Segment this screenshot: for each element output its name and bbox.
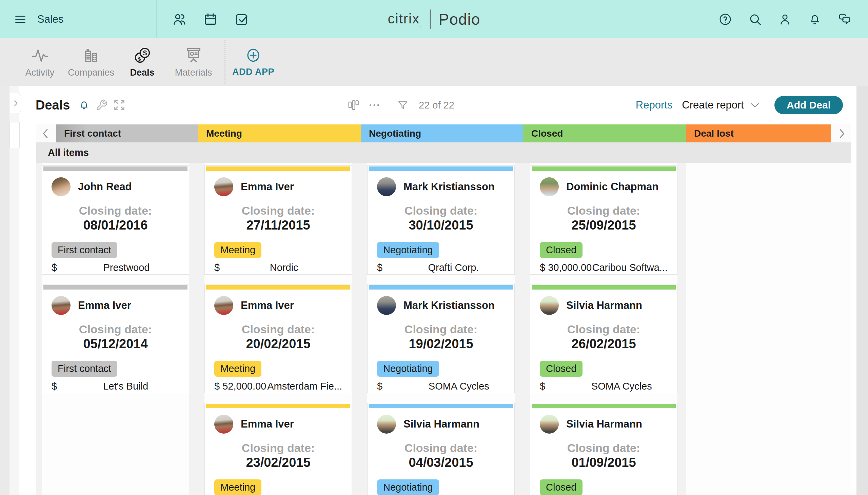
column-header-negotiating[interactable]: Negotiating xyxy=(361,124,523,142)
more-options-icon[interactable] xyxy=(369,99,380,111)
closing-date-label: Closing date: xyxy=(540,323,668,336)
contact-name: Emma Iver xyxy=(241,418,294,430)
column-header-closed[interactable]: Closed xyxy=(523,124,686,142)
deal-amount: $ 45,000.00 xyxy=(52,262,103,275)
closing-date-value: 05/12/2014 xyxy=(52,337,180,351)
column-header-label: Closed xyxy=(531,128,563,139)
contact-name: Mark Kristiansson xyxy=(404,300,495,311)
help-icon[interactable] xyxy=(718,12,732,27)
card-status-strip xyxy=(206,285,350,290)
all-items-group-header: All items xyxy=(36,142,851,163)
page-body: Deals xyxy=(0,86,868,495)
top-navigation-bar: Sales citrix. Podio xyxy=(0,0,868,38)
chevron-right-icon xyxy=(11,99,20,108)
deal-company: Caribou Softwa... xyxy=(592,262,668,273)
notifications-bell-icon[interactable] xyxy=(807,12,822,27)
app-materials[interactable]: Materials xyxy=(168,47,219,78)
reports-link[interactable]: Reports xyxy=(636,99,673,111)
scroll-columns-left-button[interactable] xyxy=(36,124,56,142)
contacts-icon[interactable] xyxy=(172,12,187,27)
card-body: Mark KristianssonClosing date:19/02/2015… xyxy=(368,290,514,393)
deal-card[interactable]: Emma IverClosing date:23/02/2015Meeting xyxy=(204,403,352,495)
card-status-strip xyxy=(206,404,350,408)
sidebar-rail-box[interactable] xyxy=(10,122,20,148)
sidebar-expand-tab[interactable] xyxy=(10,93,21,114)
contact-name: Silvia Harmann xyxy=(566,418,642,430)
card-body: Emma IverClosing date:27/11/2015Meeting$… xyxy=(205,171,352,275)
deal-card[interactable]: Silvia HarmannClosing date:26/02/2015Clo… xyxy=(530,284,678,393)
contact-name: Mark Kristiansson xyxy=(404,181,495,193)
wrench-settings-icon[interactable] xyxy=(96,99,108,111)
app-companies[interactable]: Companies xyxy=(65,47,117,78)
column-header-first-contact[interactable]: First contact xyxy=(56,124,198,142)
tasks-icon[interactable] xyxy=(234,12,250,27)
card-column-1: Emma IverClosing date:27/11/2015Meeting$… xyxy=(204,163,352,495)
app-deals[interactable]: $ $ Deals xyxy=(117,47,168,78)
materials-icon xyxy=(185,47,202,64)
profile-icon[interactable] xyxy=(778,12,792,27)
contact-name: John Read xyxy=(78,181,132,193)
workspace-name[interactable]: Sales xyxy=(37,13,64,25)
column-header-deal-lost[interactable]: Deal lost xyxy=(686,124,831,142)
app-bar: Activity Companies $ $ Deals Materials xyxy=(0,38,868,86)
closing-date-value: 08/01/2016 xyxy=(52,218,180,233)
page-title: Deals xyxy=(36,98,70,113)
closing-date-value: 04/03/2015 xyxy=(377,455,505,470)
card-status-strip xyxy=(532,167,676,171)
column-header-label: First contact xyxy=(64,128,121,139)
closing-date-label: Closing date: xyxy=(377,441,505,455)
chevron-down-icon[interactable] xyxy=(748,100,762,110)
deal-amount: $ 67,000.00 xyxy=(377,381,429,393)
filter-funnel-icon[interactable] xyxy=(397,99,409,111)
deal-amount: $ 21,000.00 xyxy=(52,381,103,393)
follow-bell-icon[interactable] xyxy=(78,99,90,111)
status-tag: Meeting xyxy=(214,242,261,258)
deal-card[interactable]: John ReadClosing date:08/01/2016First co… xyxy=(42,166,189,275)
deal-company: SOMA Cycles d... xyxy=(591,381,668,393)
card-status-strip xyxy=(369,285,513,290)
column-header-meeting[interactable]: Meeting xyxy=(198,124,361,142)
deal-card[interactable]: Silvia HarmannClosing date:04/03/2015Neg… xyxy=(367,403,515,495)
deal-card[interactable]: Emma IverClosing date:20/02/2015Meeting$… xyxy=(204,284,352,393)
status-tag: Closed xyxy=(540,479,582,495)
card-status-strip xyxy=(44,285,187,290)
hamburger-menu-icon[interactable] xyxy=(13,13,28,25)
card-view-toggle-icon[interactable] xyxy=(347,99,360,111)
deal-card[interactable]: Mark KristianssonClosing date:30/10/2015… xyxy=(367,166,515,275)
trademark-symbol: . xyxy=(420,22,422,28)
calendar-icon[interactable] xyxy=(203,12,218,27)
deal-amount: $ 80,000.00 xyxy=(377,262,428,275)
citrix-podio-logo[interactable]: citrix. Podio xyxy=(388,0,480,38)
appbar-divider xyxy=(224,40,225,84)
closing-date-label: Closing date: xyxy=(214,323,342,336)
kanban-board: First contactMeetingNegotiatingClosedDea… xyxy=(36,124,851,495)
deal-card[interactable]: Mark KristianssonClosing date:19/02/2015… xyxy=(367,284,515,393)
svg-text:$: $ xyxy=(138,56,141,62)
status-tag: Meeting xyxy=(214,361,261,377)
deal-card[interactable]: Emma IverClosing date:27/11/2015Meeting$… xyxy=(204,166,352,275)
deal-company: Amsterdam Fie... xyxy=(267,381,342,392)
add-deal-button[interactable]: Add Deal xyxy=(775,96,843,114)
deal-company: SOMA Cycles d... xyxy=(429,381,505,393)
board-lane xyxy=(686,163,851,495)
fullscreen-expand-icon[interactable] xyxy=(113,99,125,111)
card-status-strip xyxy=(369,167,513,171)
deal-card[interactable]: Silvia HarmannClosing date:01/09/2015Clo… xyxy=(530,403,678,495)
search-icon[interactable] xyxy=(748,12,762,27)
deal-card[interactable]: Emma IverClosing date:05/12/2014First co… xyxy=(42,284,189,393)
add-app-button[interactable]: ADD APP xyxy=(231,47,276,77)
chat-icon[interactable] xyxy=(837,12,852,27)
scroll-columns-right-button[interactable] xyxy=(831,124,851,142)
create-report-link[interactable]: Create report xyxy=(682,99,744,111)
deal-card[interactable]: Dominic ChapmanClosing date:25/09/2015Cl… xyxy=(530,166,678,275)
deal-amount: $ 50,000.00 xyxy=(540,381,591,393)
closing-date-label: Closing date: xyxy=(214,441,342,455)
topbar-divider xyxy=(156,0,157,38)
vertical-scrollbar[interactable] xyxy=(856,86,868,495)
contact-avatar xyxy=(377,177,396,196)
status-tag: Closed xyxy=(540,361,582,377)
deals-app-content: Deals xyxy=(19,86,856,495)
deals-toolbar: Deals xyxy=(19,86,856,124)
app-activity[interactable]: Activity xyxy=(14,47,65,78)
app-deals-label: Deals xyxy=(130,67,154,78)
